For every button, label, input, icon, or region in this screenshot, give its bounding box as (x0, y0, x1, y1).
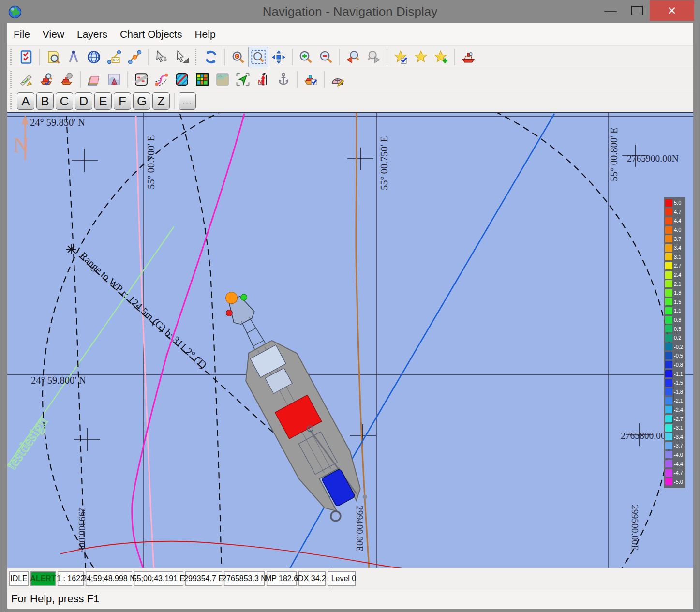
toolbar-button-measure-segment[interactable]: 6.2 (104, 47, 124, 67)
layer-letter-button-g[interactable]: G (133, 92, 150, 110)
toolbar-button-dividers[interactable] (64, 47, 83, 67)
toolbar-separator (127, 71, 128, 88)
toolbar-button-favorite[interactable] (411, 47, 431, 67)
grid-tile-icon (195, 72, 209, 87)
toolbar-button-vessel-scan[interactable] (57, 70, 76, 89)
easting-label-3: 299500.00E (630, 505, 640, 551)
toolbar-button-zoom-in[interactable] (296, 47, 315, 67)
status-bar: IDLEALERT1 : 162224;59;48.998 N55;00;43.… (7, 568, 693, 589)
toolbar-button-favorite-check[interactable] (391, 47, 410, 67)
toolbar-button-zoom-out[interactable] (316, 47, 336, 67)
status-cell-scale: 1 : 1622 (58, 571, 84, 586)
toolbar-button-route-curve[interactable] (152, 70, 171, 89)
minimize-button[interactable]: — (596, 0, 625, 21)
layer-letter-button-f[interactable]: F (114, 92, 131, 110)
menu-layers[interactable]: Layers (71, 23, 114, 45)
chart-canvas[interactable]: N (7, 112, 693, 568)
toolbar-button-vessel-rescue[interactable] (459, 47, 478, 67)
toolbar-gripper[interactable] (194, 49, 198, 65)
toolbar-button-grid-tile[interactable] (193, 70, 212, 89)
toolbar-button-vessel-check[interactable] (301, 70, 320, 89)
toolbar-button-cursor-flag[interactable] (172, 47, 192, 67)
legend-value: 4.7 (674, 209, 681, 215)
close-button[interactable]: ✕ (650, 0, 694, 21)
status-cell-northing: 2765853.3 N (224, 571, 265, 586)
layer-letter-button-d[interactable]: D (75, 92, 92, 110)
legend-value: 4.4 (674, 218, 681, 224)
toolbar-button-favorite-add[interactable] (432, 47, 451, 67)
menu-bar: File View Layers Chart Objects Help (7, 23, 693, 46)
legend-value: 1.8 (674, 290, 681, 296)
legend-color-swatch (665, 397, 672, 404)
measure-segment-icon: 6.2 (107, 50, 121, 64)
layer-more-button[interactable]: ... (179, 92, 196, 110)
status-cell-easting: 299354.7 E (185, 571, 222, 586)
toolbar-button-map-mountain[interactable] (104, 70, 124, 89)
cursor-anchor-icon (154, 50, 169, 64)
toolbar-button-globe[interactable] (84, 47, 104, 67)
layer-letter-button-a[interactable]: A (17, 92, 34, 110)
toolbar-button-cursor-anchor[interactable] (152, 47, 171, 67)
vessel-scan-icon (60, 72, 74, 87)
toolbar-button-draw-measure[interactable] (16, 70, 36, 89)
refresh-icon (204, 50, 218, 64)
toolbar-button-task-check[interactable] (16, 47, 36, 67)
toolbar-button-profile-edit[interactable] (328, 70, 347, 89)
legend-color-swatch (665, 352, 672, 359)
status-cell-latitude: 24;59;48.998 N (86, 571, 132, 586)
legend-entry: -5.0 (665, 477, 685, 486)
menu-file[interactable]: File (7, 23, 36, 45)
legend-entry: 1.1 (665, 306, 685, 315)
menu-view[interactable]: View (36, 23, 71, 45)
brown-line (356, 113, 369, 568)
toolbar-button-zoom-forward[interactable] (364, 47, 383, 67)
legend-entry: 4.0 (665, 225, 685, 235)
layer-letter-button-c[interactable]: C (56, 92, 73, 110)
toolbar-button-pan[interactable] (269, 47, 288, 67)
toolbar-gripper[interactable] (9, 71, 13, 88)
toolbar-button-vessel-zoom[interactable] (37, 70, 56, 89)
cursor-flag-icon (175, 50, 189, 64)
toolbar-gripper[interactable] (9, 49, 13, 65)
toolbar-button-zoom-target[interactable] (228, 47, 248, 67)
layer-letter-button-z[interactable]: Z (152, 92, 170, 110)
vessel-zoom-icon (39, 72, 54, 87)
route-points-icon (127, 50, 142, 64)
toolbar-button-layer-stack[interactable] (84, 70, 104, 89)
title-bar: Navigation - Navigation Display — ✕ (0, 0, 700, 23)
lat-label-2: 24° 59.800' N (31, 375, 86, 386)
layer-letter-button-e[interactable]: E (94, 92, 112, 110)
toolbar-button-zoom-window[interactable] (249, 47, 268, 67)
toolbar-button-refresh[interactable] (201, 47, 221, 67)
lon-label-2: 55° 00.750' E (379, 136, 389, 190)
vessel-symbol[interactable] (205, 278, 376, 527)
lon-label-1: 55° 00.700' E (146, 135, 156, 189)
legend-color-swatch (665, 226, 672, 234)
legend-value: 2.7 (674, 263, 681, 269)
legend-value: -2.7 (674, 416, 683, 422)
toolbar-separator (39, 49, 40, 65)
toolbar-button-zoom-back[interactable] (343, 47, 363, 67)
waypoint-marker[interactable] (66, 244, 76, 254)
legend-entry: 5.0 (665, 198, 685, 208)
toolbar-button-north-ref[interactable]: N (253, 70, 273, 89)
layer-letter-button-b[interactable]: B (36, 92, 54, 110)
toolbar-button-hatch-tile[interactable] (172, 70, 192, 89)
toolbar-button-anchor[interactable] (274, 70, 293, 89)
legend-color-swatch (665, 370, 672, 377)
toolbar-button-track-arrow[interactable] (233, 70, 253, 89)
easting-label-2: 299400.00E (355, 506, 365, 552)
toolbar-button-road-tile[interactable] (132, 70, 151, 89)
legend-value: -3.4 (674, 434, 683, 440)
zoom-out-icon (319, 50, 333, 64)
maximize-button[interactable] (625, 0, 649, 21)
legend-entry: 0.2 (665, 333, 685, 343)
toolbar-gripper[interactable] (9, 93, 13, 109)
menu-chart-objects[interactable]: Chart Objects (114, 23, 188, 45)
menu-help[interactable]: Help (188, 23, 222, 45)
toolbar-main: 6.2 (7, 46, 693, 68)
toolbar-button-note-search[interactable] (44, 47, 63, 67)
toolbar-button-route-points[interactable] (125, 47, 144, 67)
legend-color-swatch (665, 442, 672, 449)
toolbar-button-terrain-tile[interactable] (213, 70, 232, 89)
